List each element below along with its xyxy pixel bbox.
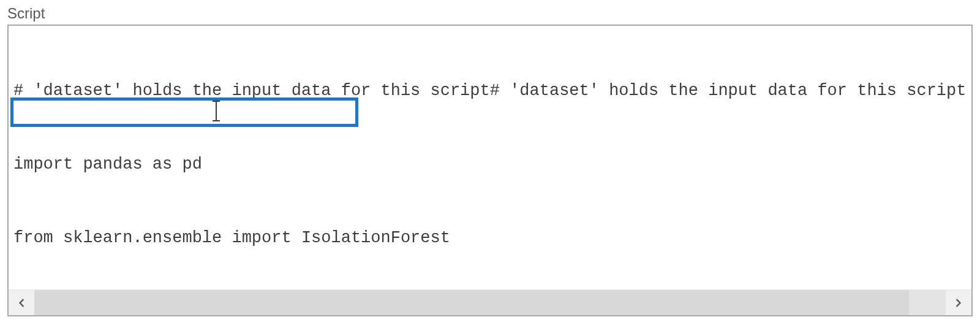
script-editor-container: # 'dataset' holds the input data for thi… bbox=[7, 25, 973, 316]
horizontal-scrollbar[interactable] bbox=[9, 289, 971, 315]
chevron-right-icon bbox=[952, 297, 965, 309]
text-caret-icon bbox=[216, 101, 217, 121]
scroll-thumb[interactable] bbox=[34, 290, 909, 315]
scroll-right-button[interactable] bbox=[946, 290, 971, 315]
scroll-left-button[interactable] bbox=[9, 290, 34, 315]
code-line[interactable]: # 'dataset' holds the input data for thi… bbox=[13, 78, 967, 103]
script-code-area[interactable]: # 'dataset' holds the input data for thi… bbox=[9, 26, 971, 289]
panel-label: Script bbox=[7, 5, 973, 22]
scroll-track[interactable] bbox=[34, 290, 946, 315]
chevron-left-icon bbox=[15, 297, 28, 309]
code-line[interactable]: from sklearn.ensemble import IsolationFo… bbox=[13, 226, 967, 250]
code-line[interactable]: import pandas as pd bbox=[13, 152, 967, 177]
